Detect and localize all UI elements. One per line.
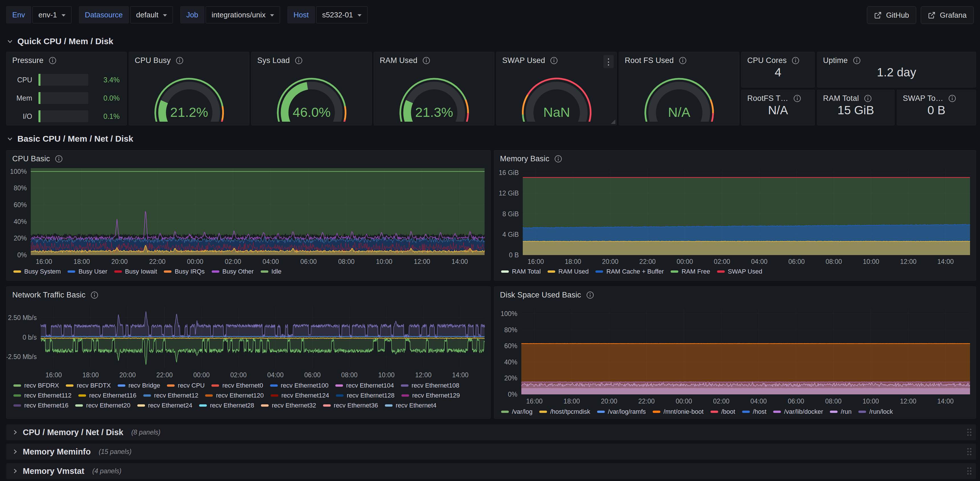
external-link-icon	[874, 11, 882, 19]
drag-handle-icon[interactable]	[967, 448, 972, 456]
grafana-link-button[interactable]: Grafana	[921, 6, 974, 24]
legend-item[interactable]: RAM Cache + Buffer	[595, 268, 664, 275]
legend-label: recv Ethernet120	[216, 392, 264, 399]
legend-item[interactable]: recv Ethernet36	[323, 402, 378, 409]
legend-item[interactable]: RAM Free	[671, 268, 710, 275]
legend-swatch	[13, 271, 21, 273]
legend-item[interactable]: recv Ethernet20	[75, 402, 130, 409]
legend-item[interactable]: recv Bridge	[118, 382, 160, 389]
legend-item[interactable]: recv Ethernet4	[385, 402, 436, 409]
legend-item[interactable]: /var/log/ramfs	[597, 408, 646, 416]
legend-item[interactable]: recv Ethernet24	[137, 402, 192, 409]
legend-item[interactable]: RAM Used	[547, 268, 589, 275]
info-icon[interactable]	[792, 57, 799, 64]
legend-item[interactable]: Busy System	[13, 268, 61, 275]
legend-item[interactable]: recv BFDTX	[66, 382, 111, 389]
legend-item[interactable]: /host/tpcmdisk	[539, 408, 590, 416]
info-icon[interactable]	[295, 57, 302, 64]
legend-item[interactable]: recv BFDRX	[13, 382, 59, 389]
legend-item[interactable]: RAM Total	[501, 268, 541, 275]
info-icon[interactable]	[55, 155, 63, 163]
legend-item[interactable]: /run/lock	[858, 408, 893, 416]
variable-bar: Envenv-1DatasourcedefaultJobintegrations…	[6, 6, 368, 23]
variable-value-dropdown[interactable]: integrations/unix	[206, 6, 280, 23]
variable-job: Jobintegrations/unix	[180, 6, 280, 23]
legend-item[interactable]: Busy IRQs	[164, 268, 205, 275]
info-icon[interactable]	[554, 155, 562, 163]
section-quick-cpu-mem-disk[interactable]: Quick CPU / Mem / Disk	[7, 37, 113, 46]
legend-label: /mnt/onie-boot	[663, 408, 704, 416]
legend-item[interactable]: /var/lib/docker	[773, 408, 823, 416]
legend-item[interactable]: /var/log	[501, 408, 533, 416]
legend-item[interactable]: recv Ethernet100	[270, 382, 329, 389]
svg-text:02:00: 02:00	[230, 371, 247, 379]
panel-cpu-cores: CPU Cores 4	[741, 52, 815, 88]
row-memory-meminfo[interactable]: Memory Meminfo (15 panels)	[6, 444, 976, 460]
legend-swatch	[773, 411, 781, 413]
svg-text:18:00: 18:00	[565, 258, 581, 265]
legend-item[interactable]: recv Ethernet0	[212, 382, 263, 389]
legend-swatch	[858, 411, 866, 413]
panel-memory-basic: 16:0018:0020:0022:0000:0002:0004:0006:00…	[494, 150, 976, 281]
legend-item[interactable]: /host	[742, 408, 767, 416]
svg-text:16:00: 16:00	[36, 258, 52, 265]
row-memory-vmstat[interactable]: Memory Vmstat (4 panels)	[6, 463, 976, 479]
info-icon[interactable]	[550, 57, 558, 64]
info-icon[interactable]	[176, 57, 183, 64]
info-icon[interactable]	[794, 95, 801, 102]
panel-title: Sys Load	[257, 56, 290, 65]
github-link-button[interactable]: GitHub	[867, 6, 916, 24]
drag-handle-icon[interactable]	[967, 467, 972, 476]
legend-item[interactable]: SWAP Used	[717, 268, 762, 275]
legend-item[interactable]: recv Ethernet116	[78, 392, 137, 399]
info-icon[interactable]	[679, 57, 687, 64]
drag-handle-icon[interactable]	[967, 428, 972, 437]
pressure-bar	[38, 74, 88, 86]
legend-item[interactable]: recv Ethernet32	[261, 402, 316, 409]
legend-label: recv Ethernet0	[222, 382, 263, 389]
legend-item[interactable]: recv Ethernet112	[13, 392, 72, 399]
legend-swatch	[13, 384, 21, 387]
info-icon[interactable]	[948, 95, 956, 102]
info-icon[interactable]	[49, 57, 56, 64]
info-icon[interactable]	[853, 57, 861, 64]
variable-value-dropdown[interactable]: env-1	[32, 6, 72, 23]
variable-value-dropdown[interactable]: default	[130, 6, 173, 23]
legend-item[interactable]: Busy Iowait	[114, 268, 157, 275]
legend-swatch	[653, 411, 660, 413]
panel-title: RAM Total	[823, 94, 859, 103]
legend-item[interactable]: recv Ethernet16	[13, 402, 68, 409]
variable-value-dropdown[interactable]: s5232-01	[316, 6, 368, 23]
legend-item[interactable]: recv Ethernet124	[270, 392, 329, 399]
svg-text:12:00: 12:00	[415, 371, 431, 379]
svg-text:04:00: 04:00	[751, 258, 767, 265]
row-cpu-memory-net-disk[interactable]: CPU / Memory / Net / Disk (8 panels)	[6, 424, 976, 440]
legend-item[interactable]: /mnt/onie-boot	[653, 408, 704, 416]
legend-item[interactable]: recv Ethernet28	[199, 402, 254, 409]
root-fs-used-gauge: N/A	[632, 67, 726, 122]
svg-text:N/A: N/A	[668, 105, 690, 120]
legend-item[interactable]: Busy Other	[212, 268, 254, 275]
legend-item[interactable]: recv Ethernet120	[205, 392, 264, 399]
info-icon[interactable]	[586, 291, 594, 299]
legend-item[interactable]: recv Ethernet128	[336, 392, 395, 399]
legend-item[interactable]: recv Ethernet108	[401, 382, 460, 389]
svg-text:46.0%: 46.0%	[293, 105, 331, 120]
legend-item[interactable]: Idle	[261, 268, 282, 275]
legend-item[interactable]: /boot	[711, 408, 735, 416]
legend-item[interactable]: recv CPU	[167, 382, 205, 389]
legend-item[interactable]: Busy User	[67, 268, 107, 275]
legend-swatch	[67, 271, 75, 273]
info-icon[interactable]	[864, 95, 872, 102]
panel-menu-icon[interactable]: ⋮	[603, 55, 614, 68]
variable-host: Hosts5232-01	[288, 6, 368, 23]
info-icon[interactable]	[423, 57, 430, 64]
legend-item[interactable]: /run	[830, 408, 851, 416]
row-panel-count: (4 panels)	[92, 467, 121, 475]
resize-handle[interactable]	[611, 119, 615, 124]
legend-item[interactable]: recv Ethernet129	[401, 392, 460, 399]
section-basic-cpu-mem-net-disk[interactable]: Basic CPU / Mem / Net / Disk	[7, 134, 133, 143]
legend-item[interactable]: recv Ethernet104	[335, 382, 394, 389]
legend-item[interactable]: recv Ethernet12	[143, 392, 198, 399]
info-icon[interactable]	[91, 291, 98, 299]
